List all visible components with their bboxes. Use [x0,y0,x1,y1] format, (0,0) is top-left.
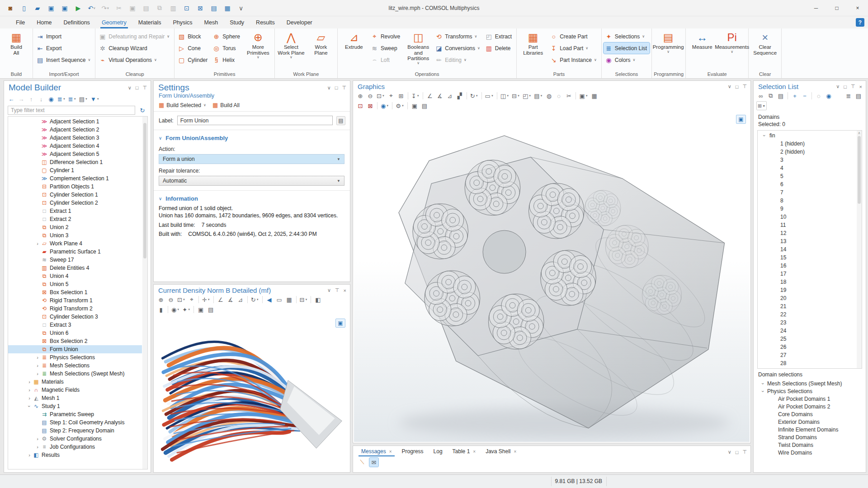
tree-item-union-6[interactable]: ⧉Union 6 [8,329,142,337]
ribbon-build-all[interactable]: ▦Build All [2,30,31,70]
maximize-button[interactable]: □ [826,0,847,16]
ribbon-cone[interactable]: ▷Cone [176,42,210,54]
tree-item-rigid-transform-1[interactable]: ⟲Rigid Transform 1 [8,296,142,305]
new-file-icon[interactable]: ▯ [18,3,30,14]
tree-item-work-plane-4[interactable]: ›▱Work Plane 4 [8,239,142,248]
menu-physics[interactable]: Physics [167,16,198,28]
panel-collapse-icon[interactable]: ∨ [836,84,840,89]
collapsed-chevron-icon[interactable]: › [34,371,41,376]
collapsed-chevron-icon[interactable]: › [34,241,41,246]
close-tab-icon[interactable]: × [514,449,517,454]
menu-definitions[interactable]: Definitions [58,16,96,28]
tree-item-union-4[interactable]: ⧉Union 4 [8,272,142,280]
app-logo-icon[interactable]: ◙ [5,3,16,14]
panel-collapse-icon[interactable]: ∨ [128,85,132,91]
panel-pin-icon[interactable]: ⊤ [142,85,147,91]
domain-item[interactable]: 5 [758,172,856,180]
frame-icon[interactable]: ▭ [275,295,284,304]
selection-filter-dropdown[interactable]: ⊞▼ [756,101,767,110]
scene-light-icon[interactable]: ✦▼ [181,305,191,314]
tree-filter-input[interactable]: Type filter text [8,106,135,115]
ribbon-torus[interactable]: ◎Torus [211,42,243,54]
ribbon-sphere[interactable]: ⊕Sphere [211,31,243,42]
transparency-icon[interactable]: ◍ [544,91,553,100]
tree-item-form-union[interactable]: ⧉Form Union [8,345,142,353]
table-window-icon[interactable]: ▦ [222,3,233,14]
ribbon-measure[interactable]: ↔Measure [688,30,717,70]
tab-table-1[interactable]: Table 1× [448,447,481,456]
select-box-icon[interactable]: ⊡ [181,3,193,14]
domain-item[interactable]: 2 (hidden) [758,148,856,156]
panel-float-icon[interactable]: □ [844,84,847,89]
selection-group-mesh-selections-swept-mesh[interactable]: ›Mesh Selections (Swept Mesh) [757,380,862,387]
expanded-chevron-icon[interactable]: › [27,403,32,409]
ribbon-programming[interactable]: ▤Programming∨ [654,30,683,70]
section-information[interactable]: ∨Information [154,191,350,205]
zoom-box-icon[interactable]: ⊡▼ [376,91,386,100]
zoom-out-icon[interactable]: ⊖ [366,91,375,100]
ribbon-work-plane[interactable]: ▱Work Plane [307,30,335,70]
label-input[interactable]: Form Union [177,116,333,125]
tree-item-adjacent-selection-5[interactable]: ≫Adjacent Selection 5 [8,150,142,158]
tree-item-difference-selection-1[interactable]: ◫Difference Selection 1 [8,158,142,166]
domain-item[interactable]: 12 [758,229,856,237]
ribbon-more-primitives[interactable]: ⊕More Primitives∨ [244,30,273,70]
graphics-3d-view[interactable]: ▣ [354,112,750,442]
save-as-icon[interactable]: ▣ [59,3,71,14]
selection-root-fin[interactable]: ›fin [758,131,856,140]
ribbon-measurements[interactable]: PiMeasurements∨ [717,30,746,70]
measure-y-icon[interactable]: ∡ [226,295,235,304]
tree-item-mesh-selections-swept-mesh[interactable]: ›≣Mesh Selections (Swept Mesh) [8,370,142,378]
report-icon[interactable]: ▤ [208,3,220,14]
table-icon[interactable]: ▦ [590,91,599,100]
tree-item-magnetic-fields[interactable]: ›∩Magnetic Fields [8,386,142,394]
tree-item-extract-1[interactable]: □Extract 1 [8,207,142,215]
ribbon-cleanup-wizard[interactable]: ✲Cleanup Wizard [97,42,172,54]
tree-item-cylinder-1[interactable]: ▢Cylinder 1 [8,166,142,174]
toolbar-overflow-icon[interactable]: ∨ [235,3,247,14]
collapsed-chevron-icon[interactable]: › [26,452,33,458]
ribbon-selections[interactable]: ✦Selections∨ [604,31,650,42]
snapshot-icon[interactable]: ▣ [196,305,205,314]
ribbon-cylinder[interactable]: ▢Cylinder [176,54,210,66]
lock-view-icon[interactable]: ▮ [156,305,165,314]
tree-item-step-2-frequency-domain[interactable]: ▤Step 2: Frequency Domain [8,427,142,435]
paste-icon[interactable]: ▤ [140,3,152,14]
ribbon-extract[interactable]: ◰Extract [484,31,514,42]
color-theme-icon[interactable]: ◉▼ [170,305,180,314]
domain-item[interactable]: 10 [758,213,856,221]
tree-item-parametric-surface-1[interactable]: ▰Parametric Surface 1 [8,248,142,256]
domain-item[interactable]: 19 [758,286,856,294]
ribbon-helix[interactable]: §Helix [211,54,243,66]
ribbon-block[interactable]: ▧Block [176,31,210,42]
domain-item[interactable]: 16 [758,262,856,270]
split-view-icon[interactable]: ◧ [313,295,322,304]
measure-z-icon[interactable]: ⊿ [445,91,454,100]
close-button[interactable]: × [847,0,868,16]
save-icon[interactable]: ▣ [45,3,57,14]
menu-study[interactable]: Study [224,16,250,28]
copy-icon[interactable]: ▣ [127,3,138,14]
panel-pin-icon[interactable]: ⊤ [335,287,340,293]
tree-item-cylinder-selection-2[interactable]: ⊡Cylinder Selection 2 [8,199,142,207]
collapsed-chevron-icon[interactable]: › [34,355,41,360]
collapse-all-icon[interactable]: ≣▼ [67,94,77,103]
tree-item-results[interactable]: ›◧Results [8,451,142,459]
delete-icon[interactable]: ▥ [167,3,179,14]
color-wheel-icon[interactable]: ◉▼ [380,101,390,110]
ribbon-colors[interactable]: ◉Colors∨ [604,54,650,66]
tree-item-step-1-coil-geometry-analysis[interactable]: ▤Step 1: Coil Geometry Analysis [8,418,142,427]
tree-item-box-selection-1[interactable]: ⊠Box Selection 1 [8,288,142,296]
tree-item-sweep-17[interactable]: ≋Sweep 17 [8,256,142,264]
model-tree-filter-icon[interactable]: ▼▼ [90,94,100,103]
zoom-out-icon[interactable]: ⊖ [166,295,175,304]
domain-item[interactable]: 15 [758,253,856,262]
selection-item-wire-domains[interactable]: Wire Domains [757,449,862,456]
collapsed-chevron-icon[interactable]: › [34,444,41,450]
model-tree-scrollbar[interactable] [142,117,147,469]
panel-collapse-icon[interactable]: ∨ [728,84,731,89]
tab-messages[interactable]: Messages× [357,447,396,456]
repair-tolerance-select[interactable]: Automatic▼ [159,176,344,186]
clear-selection-icon[interactable]: ⊠ [194,3,206,14]
hide-selected-icon[interactable]: ◌ [814,91,823,100]
